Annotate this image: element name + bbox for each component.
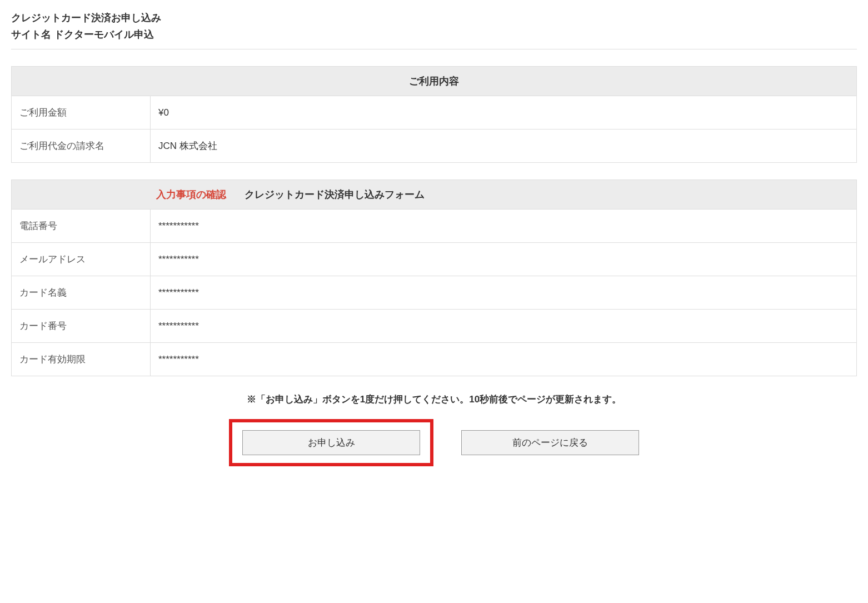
page-title: クレジットカード決済お申し込み xyxy=(11,11,857,24)
card-name-label: カード名義 xyxy=(12,276,151,310)
table-row: メールアドレス *********** xyxy=(12,243,857,276)
site-label: サイト名 xyxy=(11,29,51,40)
email-label: メールアドレス xyxy=(12,243,151,276)
header-block: クレジットカード決済お申し込み サイト名 ドクターモバイル申込 xyxy=(11,11,857,41)
form-table-header: 入力事項の確認 クレジットカード決済申し込みフォーム xyxy=(12,180,857,210)
table-row: ご利用代金の請求名 JCN 株式会社 xyxy=(12,129,857,163)
usage-table: ご利用内容 ご利用金額 ¥0 ご利用代金の請求名 JCN 株式会社 xyxy=(11,66,857,163)
usage-table-header: ご利用内容 xyxy=(12,67,857,96)
submit-button[interactable]: お申し込み xyxy=(242,430,420,455)
card-number-value: *********** xyxy=(151,310,857,343)
submit-highlight-box: お申し込み xyxy=(229,419,433,466)
phone-label: 電話番号 xyxy=(12,210,151,243)
table-row: カード名義 *********** xyxy=(12,276,857,310)
card-number-label: カード番号 xyxy=(12,310,151,343)
email-value: *********** xyxy=(151,243,857,276)
form-header-black: クレジットカード決済申し込みフォーム xyxy=(245,188,425,201)
card-name-value: *********** xyxy=(151,276,857,310)
site-name: ドクターモバイル申込 xyxy=(54,29,154,40)
card-expiry-label: カード有効期限 xyxy=(12,343,151,376)
billing-name-value: JCN 株式会社 xyxy=(151,129,857,163)
billing-name-label: ご利用代金の請求名 xyxy=(12,129,151,163)
notice-text: ※「お申し込み」ボタンを1度だけ押してください。10秒前後でページが更新されます… xyxy=(11,393,857,406)
table-row: 電話番号 *********** xyxy=(12,210,857,243)
table-row: ご利用金額 ¥0 xyxy=(12,96,857,129)
table-row: カード有効期限 *********** xyxy=(12,343,857,376)
back-button[interactable]: 前のページに戻る xyxy=(461,430,639,455)
table-row: カード番号 *********** xyxy=(12,310,857,343)
usage-amount-value: ¥0 xyxy=(151,96,857,129)
button-row: お申し込み 前のページに戻る xyxy=(11,419,857,466)
form-table: 入力事項の確認 クレジットカード決済申し込みフォーム 電話番号 ********… xyxy=(11,180,857,376)
site-name-line: サイト名 ドクターモバイル申込 xyxy=(11,28,857,41)
divider xyxy=(11,49,857,49)
card-expiry-value: *********** xyxy=(151,343,857,376)
usage-amount-label: ご利用金額 xyxy=(12,96,151,129)
form-header-red: 入力事項の確認 xyxy=(156,188,226,201)
phone-value: *********** xyxy=(151,210,857,243)
